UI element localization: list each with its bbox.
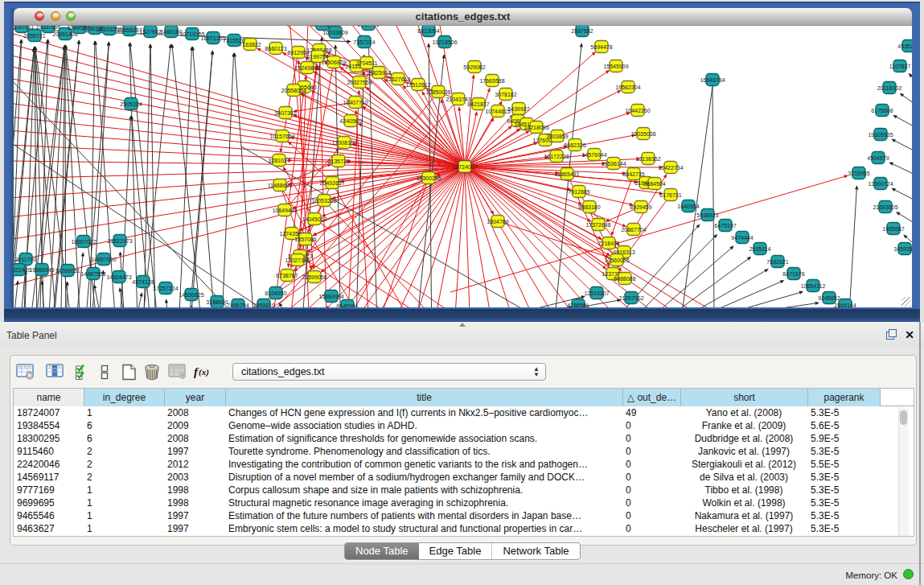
svg-text:15545909: 15545909 — [603, 64, 628, 69]
svg-text:7357224: 7357224 — [353, 39, 375, 45]
svg-text:6199754: 6199754 — [306, 54, 328, 60]
svg-text:5029082: 5029082 — [463, 64, 485, 70]
svg-text:4240560: 4240560 — [339, 118, 361, 124]
svg-text:21822973: 21822973 — [107, 238, 132, 244]
svg-text:8104930: 8104930 — [265, 290, 286, 296]
svg-text:6479197: 6479197 — [714, 223, 736, 229]
svg-text:14487508: 14487508 — [80, 271, 105, 277]
svg-text:17665588: 17665588 — [479, 78, 504, 84]
svg-text:18397022: 18397022 — [71, 239, 96, 245]
svg-text:21599058: 21599058 — [302, 274, 326, 280]
svg-text:9474444: 9474444 — [731, 235, 753, 241]
svg-text:19866045: 19866045 — [29, 267, 54, 273]
svg-text:18724007: 18724007 — [452, 164, 477, 170]
svg-text:20867704: 20867704 — [621, 227, 646, 233]
svg-text:16033809: 16033809 — [322, 30, 347, 35]
svg-text:6176731: 6176731 — [659, 192, 681, 198]
svg-text:14576944: 14576944 — [581, 152, 606, 158]
svg-text:3359810: 3359810 — [253, 303, 274, 308]
svg-text:6682326: 6682326 — [564, 142, 585, 148]
svg-text:15249848: 15249848 — [294, 65, 319, 71]
svg-text:2911700: 2911700 — [15, 257, 37, 262]
svg-text:19536144: 19536144 — [601, 161, 626, 167]
svg-text:17008100: 17008100 — [331, 140, 356, 146]
svg-text:3884504: 3884504 — [643, 181, 665, 187]
svg-text:8660123: 8660123 — [265, 46, 286, 51]
svg-text:2505334: 2505334 — [120, 101, 142, 107]
svg-text:12510307: 12510307 — [584, 290, 609, 296]
svg-text:8471676: 8471676 — [782, 271, 804, 277]
svg-text:13865491: 13865491 — [554, 171, 579, 177]
svg-text:11488699: 11488699 — [268, 183, 293, 188]
svg-text:3803859: 3803859 — [546, 134, 568, 139]
svg-text:3281037: 3281037 — [268, 158, 290, 163]
svg-text:2887682: 2887682 — [571, 28, 593, 34]
svg-text:3704511: 3704511 — [356, 60, 378, 66]
svg-text:2864144: 2864144 — [834, 303, 856, 308]
svg-text:4504579: 4504579 — [867, 155, 889, 161]
svg-text:3135728: 3135728 — [327, 159, 349, 164]
svg-text:8842735: 8842735 — [622, 171, 644, 177]
svg-text:15884984: 15884984 — [318, 294, 343, 299]
svg-text:6175608: 6175608 — [871, 108, 893, 113]
svg-text:10157659: 10157659 — [269, 134, 294, 139]
svg-text:14324473: 14324473 — [106, 274, 131, 280]
svg-text:5988088: 5988088 — [614, 276, 635, 282]
svg-text:5938923: 5938923 — [696, 212, 718, 218]
svg-text:19218506: 19218506 — [432, 39, 457, 45]
svg-text:8929459: 8929459 — [630, 204, 651, 210]
svg-text:13138362: 13138362 — [635, 156, 660, 162]
svg-text:14266051: 14266051 — [55, 268, 80, 274]
svg-text:18300295: 18300295 — [416, 175, 441, 181]
svg-text:2935114: 2935114 — [749, 246, 771, 252]
svg-text:16053222: 16053222 — [311, 198, 336, 204]
svg-text:19562304: 19562304 — [615, 84, 640, 90]
svg-text:1504769: 1504769 — [487, 219, 508, 225]
svg-text:17506879: 17506879 — [321, 60, 346, 65]
svg-text:6545991: 6545991 — [336, 303, 358, 308]
svg-text:14045012: 14045012 — [302, 216, 326, 222]
svg-text:11627619: 11627619 — [386, 76, 411, 82]
svg-text:7515526: 7515526 — [223, 38, 244, 43]
svg-text:10654112: 10654112 — [801, 283, 826, 289]
svg-text:19037896: 19037896 — [35, 26, 60, 30]
svg-text:17372648: 17372648 — [585, 222, 610, 228]
svg-text:3459399: 3459399 — [893, 246, 912, 252]
svg-text:5694478: 5694478 — [590, 44, 612, 50]
svg-text:2055721: 2055721 — [23, 33, 45, 39]
svg-text:16407710: 16407710 — [343, 100, 368, 105]
svg-text:15035038: 15035038 — [630, 131, 655, 137]
svg-text:4535289: 4535289 — [897, 43, 912, 49]
svg-text:1955667: 1955667 — [882, 226, 904, 232]
svg-text:(x): (x) — [199, 367, 209, 377]
svg-text:20118102: 20118102 — [877, 85, 902, 91]
svg-text:10649441: 10649441 — [272, 208, 297, 213]
svg-text:13027396: 13027396 — [285, 257, 310, 263]
svg-text:9245652: 9245652 — [818, 295, 840, 301]
svg-text:4788581: 4788581 — [567, 303, 589, 308]
svg-text:21257062: 21257062 — [618, 295, 643, 301]
svg-text:19105935: 19105935 — [868, 132, 893, 138]
svg-text:1640954: 1640954 — [677, 204, 699, 209]
svg-text:10422734: 10422734 — [658, 165, 683, 171]
svg-text:12512612: 12512612 — [405, 82, 430, 88]
svg-text:1857086: 1857086 — [294, 237, 316, 242]
svg-text:3078182: 3078182 — [495, 92, 516, 97]
svg-text:3188690: 3188690 — [206, 299, 228, 305]
svg-text:16671355: 16671355 — [200, 35, 225, 41]
svg-text:13300724: 13300724 — [868, 181, 893, 187]
svg-text:1527602: 1527602 — [139, 29, 161, 35]
svg-text:10655287: 10655287 — [117, 27, 142, 33]
svg-text:3215955: 3215955 — [848, 171, 869, 176]
svg-text:8421837: 8421837 — [467, 101, 489, 107]
svg-text:7012885: 7012885 — [568, 189, 589, 195]
svg-text:16422420: 16422420 — [14, 267, 31, 273]
svg-text:20558054: 20558054 — [281, 88, 306, 93]
svg-text:12850036: 12850036 — [425, 89, 450, 95]
svg-text:4574128: 4574128 — [132, 279, 154, 285]
svg-text:10560025: 10560025 — [604, 257, 629, 263]
svg-text:6738767: 6738767 — [276, 273, 298, 278]
svg-text:20492657: 20492657 — [319, 180, 344, 186]
svg-text:8813054: 8813054 — [417, 28, 439, 34]
svg-text:21693605: 21693605 — [873, 204, 897, 210]
